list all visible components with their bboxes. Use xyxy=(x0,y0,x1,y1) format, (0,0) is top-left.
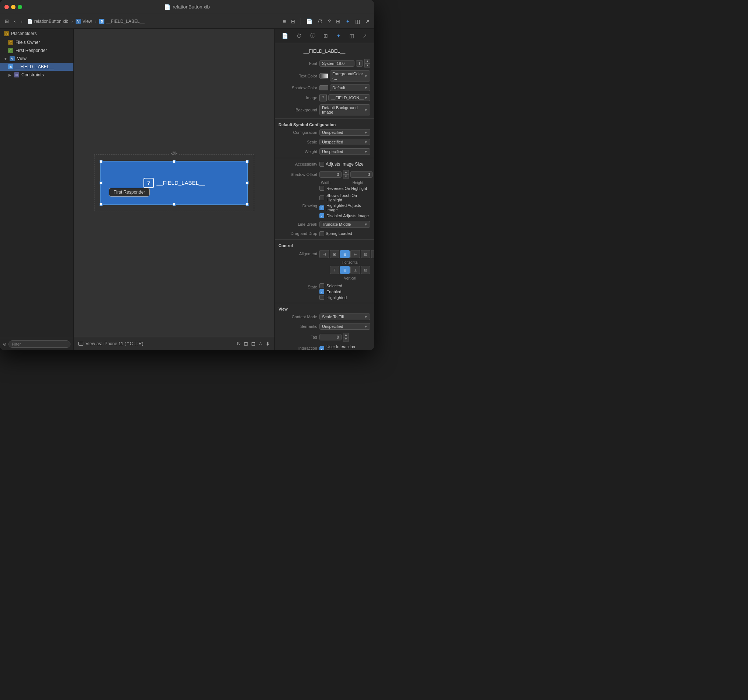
align-right[interactable]: ⊢ xyxy=(350,250,360,258)
user-interaction-cb[interactable] xyxy=(319,346,324,350)
resize-handle-mr[interactable] xyxy=(246,181,249,184)
tab-attributes[interactable]: ✦ xyxy=(334,31,343,40)
file-inspector-btn[interactable]: 📄 xyxy=(305,17,314,26)
shadow-color-select[interactable]: Default ▼ xyxy=(330,85,370,91)
align-center-h[interactable]: ⊠ xyxy=(330,250,339,258)
resize-handle-br[interactable] xyxy=(246,203,249,206)
tag-down[interactable]: ▼ xyxy=(343,337,349,342)
sidebar-item-constraints[interactable]: ▶ ⊞ Constraints xyxy=(0,71,73,79)
background-select[interactable]: Default Background Image ▼ xyxy=(319,104,370,115)
tab-connections[interactable]: ↗ xyxy=(360,31,369,40)
help-btn[interactable]: ? xyxy=(327,17,332,26)
maximize-button[interactable] xyxy=(18,5,22,9)
reverses-cb[interactable] xyxy=(319,186,324,191)
shadow-offset-y[interactable] xyxy=(350,171,372,178)
configuration-select[interactable]: Unspecified ▼ xyxy=(319,129,370,136)
font-type-btn[interactable]: T xyxy=(356,60,363,67)
placeholders-section[interactable]: ⬡ Placeholders xyxy=(0,29,73,38)
content-mode-select[interactable]: Scale To Fill ▼ xyxy=(319,313,370,320)
breadcrumb-field[interactable]: B __FIELD_LABEL__ xyxy=(98,18,146,25)
layout-button[interactable]: ⊟ xyxy=(290,17,297,26)
font-stepper[interactable]: ▲ ▼ xyxy=(365,59,370,67)
size-btn[interactable]: ◫ xyxy=(354,17,362,26)
spring-loaded-cb[interactable] xyxy=(319,231,324,236)
disabled-adjusts-cb[interactable] xyxy=(319,213,324,218)
resize-handle-ml[interactable] xyxy=(100,181,103,184)
selected-cb[interactable] xyxy=(319,283,324,288)
connections-btn[interactable]: ↗ xyxy=(364,17,371,26)
weight-select[interactable]: Unspecified ▼ xyxy=(319,148,370,155)
text-color-swatch[interactable] xyxy=(319,73,328,79)
line-break-select[interactable]: Truncate Middle ▼ xyxy=(319,221,370,228)
text-color-select[interactable]: ForegroundColor (... ▼ xyxy=(330,70,370,82)
filter-input[interactable] xyxy=(9,340,70,348)
tab-grid[interactable]: ⊞ xyxy=(321,31,330,40)
minimize-button[interactable] xyxy=(11,5,15,9)
tab-size[interactable]: ◫ xyxy=(347,31,356,40)
align-fill-v[interactable]: ⊡ xyxy=(361,266,370,274)
font-stepper-up[interactable]: ▲ xyxy=(365,59,370,64)
align-leading[interactable]: ⊡ xyxy=(361,250,370,258)
resize-handle-bl[interactable] xyxy=(100,203,103,206)
sidebar-item-view[interactable]: ▼ V View xyxy=(0,55,73,63)
highlighted-adjusts-cb[interactable] xyxy=(319,205,324,210)
highlighted-cb[interactable] xyxy=(319,295,324,300)
layout-icon[interactable]: ⊞ xyxy=(244,341,248,347)
shows-touch-row: Shows Touch On Highlight xyxy=(319,193,370,202)
align-left[interactable]: ⊣ xyxy=(319,250,329,258)
library-btn[interactable]: ⊞ xyxy=(334,17,342,26)
disabled-adjusts-label: Disabled Adjusts Image xyxy=(327,214,369,218)
constraints-icon[interactable]: ⊟ xyxy=(251,341,255,347)
font-stepper-down[interactable]: ▼ xyxy=(365,64,370,68)
scale-select[interactable]: Unspecified ▼ xyxy=(319,139,370,145)
tab-clock[interactable]: ⏱ xyxy=(294,31,304,40)
breadcrumb-file[interactable]: 📄 relationButton.xib xyxy=(26,18,70,25)
sidebar-item-first-responder[interactable]: ⬡ First Responder xyxy=(0,47,73,55)
forward-button[interactable]: › xyxy=(19,17,24,25)
canvas-main[interactable]: -20- xyxy=(74,29,274,337)
tag-stepper[interactable]: ▲ ▼ xyxy=(343,333,349,341)
resize-handle-tr[interactable] xyxy=(246,160,249,163)
semantic-select[interactable]: Unspecified ▼ xyxy=(319,323,370,330)
constraints-disclosure[interactable]: ▶ xyxy=(8,73,12,77)
align-center-v[interactable]: ⊞ xyxy=(340,266,350,274)
shows-touch-cb[interactable] xyxy=(319,196,324,200)
tab-file[interactable]: 📄 xyxy=(280,31,290,40)
align-button[interactable]: ≡ xyxy=(281,17,287,26)
refresh-icon[interactable]: ↻ xyxy=(236,341,241,347)
grid-view-button[interactable]: ⊞ xyxy=(3,17,11,25)
canvas-view-box[interactable]: ? __FIELD_LABEL__ xyxy=(100,161,248,205)
attributes-btn[interactable]: ✦ xyxy=(344,17,351,26)
align-top[interactable]: ⊤ xyxy=(330,266,339,274)
triangle-icon[interactable]: △ xyxy=(258,341,263,347)
align-trailing[interactable]: ⊟ xyxy=(371,250,374,258)
shadow-x-down[interactable]: ▼ xyxy=(343,175,349,179)
shadow-x-stepper[interactable]: ▲ ▼ xyxy=(343,170,349,179)
download-icon[interactable]: ⬇ xyxy=(266,341,270,347)
shadow-offset-x[interactable] xyxy=(319,171,342,178)
history-btn[interactable]: ⏱ xyxy=(316,17,324,26)
image-select[interactable]: __FIELD_ICON__ ▼ xyxy=(328,94,370,101)
button-widget[interactable]: ? __FIELD_LABEL__ xyxy=(101,161,247,204)
tag-up[interactable]: ▲ xyxy=(343,333,349,337)
resize-handle-tl[interactable] xyxy=(100,160,103,163)
resize-handle-bc[interactable] xyxy=(173,203,176,206)
tab-info[interactable]: ⓘ xyxy=(308,31,318,41)
breadcrumb-view[interactable]: V View xyxy=(74,18,93,25)
enabled-cb[interactable] xyxy=(319,289,324,294)
align-bottom[interactable]: ⊥ xyxy=(350,266,360,274)
tag-field[interactable] xyxy=(319,334,342,340)
resize-handle-tc[interactable] xyxy=(173,160,176,163)
close-button[interactable] xyxy=(5,5,9,9)
symbol-config-section: Default Symbol Configuration xyxy=(275,120,374,128)
font-label: Font xyxy=(278,61,317,66)
align-fill-h[interactable]: ⊞ xyxy=(340,250,350,258)
view-disclosure[interactable]: ▼ xyxy=(4,57,8,61)
shadow-color-swatch[interactable] xyxy=(319,85,328,90)
shadow-x-up[interactable]: ▲ xyxy=(343,170,349,175)
sidebar-item-files-owner[interactable]: ⬡ File's Owner xyxy=(0,38,73,47)
adjusts-image-size-cb[interactable] xyxy=(319,162,324,167)
font-text-field[interactable]: System 18.0 xyxy=(319,60,354,67)
sidebar-item-field-label[interactable]: B __FIELD_LABEL__ xyxy=(0,63,73,71)
back-button[interactable]: ‹ xyxy=(12,17,17,25)
